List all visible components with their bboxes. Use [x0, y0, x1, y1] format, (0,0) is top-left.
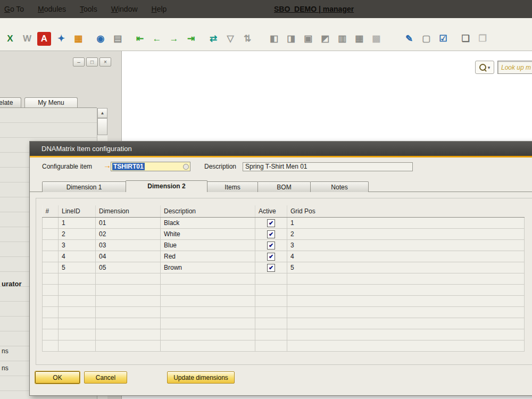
description-cell[interactable] — [161, 329, 255, 340]
active-cell[interactable] — [255, 318, 287, 329]
line-id-cell[interactable] — [59, 318, 96, 329]
duplicate-icon[interactable]: ▣ — [301, 32, 315, 46]
messages-disabled-icon[interactable]: ❐ — [476, 32, 489, 46]
dimension-cell[interactable]: 02 — [96, 229, 161, 240]
grid-pos-cell[interactable] — [287, 285, 525, 296]
export-word-icon[interactable]: W — [20, 32, 34, 46]
dimension-cell[interactable]: 05 — [96, 262, 161, 273]
sidebar-item-truncated-2[interactable]: ns — [2, 364, 9, 372]
grid-pos-cell[interactable] — [287, 340, 525, 352]
description-cell[interactable] — [161, 307, 255, 318]
line-id-cell[interactable] — [59, 340, 96, 352]
lookup-input[interactable] — [497, 61, 532, 74]
line-id-cell[interactable] — [59, 296, 96, 307]
table-query-icon[interactable]: ▩ — [369, 32, 383, 46]
line-id-cell[interactable]: 5 — [59, 262, 96, 273]
dimension-cell[interactable] — [96, 285, 161, 296]
active-cell[interactable] — [255, 296, 287, 307]
refresh-icon[interactable]: ⇄ — [206, 32, 220, 46]
line-id-cell[interactable]: 4 — [59, 251, 96, 262]
description-cell[interactable] — [161, 273, 255, 285]
dimension-cell[interactable] — [96, 307, 161, 318]
menu-tools[interactable]: Tools — [80, 5, 97, 13]
configurable-item-input[interactable]: TSHIRT01 — [111, 162, 190, 171]
cancel-button[interactable]: Cancel — [84, 371, 127, 384]
description-cell[interactable]: White — [161, 229, 255, 240]
active-cell[interactable]: ✔ — [255, 262, 287, 273]
choose-from-list-icon[interactable] — [183, 164, 189, 170]
scroll-thumb[interactable] — [97, 118, 107, 135]
dimension-cell[interactable] — [96, 329, 161, 340]
dimension-cell[interactable] — [96, 273, 161, 285]
update-dimensions-button[interactable]: Update dimensions — [167, 371, 235, 384]
description-cell[interactable] — [161, 296, 255, 307]
filter-icon[interactable]: ▽ — [223, 32, 237, 46]
next-record-icon[interactable]: → — [167, 32, 181, 46]
active-checkbox[interactable]: ✔ — [267, 253, 275, 261]
active-cell[interactable]: ✔ — [255, 240, 287, 251]
journal-icon[interactable]: ◩ — [318, 32, 332, 46]
grid-pos-cell[interactable]: 1 — [287, 218, 525, 229]
active-cell[interactable]: ✔ — [255, 229, 287, 240]
active-checkbox[interactable]: ✔ — [267, 230, 275, 238]
active-cell[interactable] — [255, 329, 287, 340]
description-cell[interactable]: Black — [161, 218, 255, 229]
export-excel-icon[interactable]: X — [3, 32, 17, 46]
sort-icon[interactable]: ⇅ — [240, 32, 254, 46]
line-id-cell[interactable] — [59, 329, 96, 340]
active-cell[interactable]: ✔ — [255, 218, 287, 229]
active-cell[interactable]: ✔ — [255, 251, 287, 262]
dimension-cell[interactable] — [96, 296, 161, 307]
tab-dimension-1[interactable]: Dimension 1 — [42, 181, 126, 192]
sidebar-item-configurator[interactable]: urator — [2, 280, 22, 288]
ok-button[interactable]: OK — [35, 371, 80, 384]
menu-window[interactable]: Window — [111, 5, 138, 13]
description-cell[interactable] — [161, 340, 255, 352]
grid-pos-cell[interactable] — [287, 307, 525, 318]
first-record-icon[interactable]: ⇤ — [133, 32, 147, 46]
grid-pos-cell[interactable] — [287, 318, 525, 329]
restore-button[interactable]: □ — [86, 57, 98, 66]
messages-icon[interactable]: ❏ — [459, 32, 472, 46]
grid-pos-cell[interactable]: 4 — [287, 251, 525, 262]
description-input[interactable]: Spring T-Shirt Men 01 — [243, 162, 413, 171]
locked-period-icon[interactable]: ▦ — [71, 32, 85, 46]
find-icon[interactable]: ◉ — [94, 32, 107, 46]
active-cell[interactable] — [255, 307, 287, 318]
export-pdf-icon[interactable]: A — [37, 32, 51, 46]
minimize-button[interactable]: – — [73, 57, 85, 66]
active-checkbox[interactable]: ✔ — [267, 219, 275, 227]
form-settings-icon[interactable]: ☑ — [436, 32, 450, 46]
description-cell[interactable]: Blue — [161, 240, 255, 251]
menu-modules[interactable]: Modules — [38, 5, 66, 13]
transaction-icon[interactable]: ▥ — [335, 32, 349, 46]
previous-record-icon[interactable]: ← — [150, 32, 164, 46]
copy-from-icon[interactable]: ◧ — [267, 32, 281, 46]
dimension-cell[interactable]: 04 — [96, 251, 161, 262]
grid-pos-cell[interactable] — [287, 329, 525, 340]
last-record-icon[interactable]: ⇥ — [184, 32, 198, 46]
line-id-cell[interactable] — [59, 285, 96, 296]
description-cell[interactable]: Brown — [161, 262, 255, 273]
line-id-cell[interactable] — [59, 307, 96, 318]
copy-to-icon[interactable]: ◨ — [284, 32, 298, 46]
tab-relationships[interactable]: Relate — [0, 97, 21, 107]
dimension-cell[interactable] — [96, 340, 161, 352]
dimension-cell[interactable]: 01 — [96, 218, 161, 229]
description-cell[interactable] — [161, 318, 255, 329]
lookup-search-button[interactable]: ▾ — [475, 61, 494, 74]
description-cell[interactable]: Red — [161, 251, 255, 262]
tab-items[interactable]: Items — [207, 181, 258, 192]
active-cell[interactable] — [255, 285, 287, 296]
list-icon[interactable]: ▤ — [111, 32, 124, 46]
grid-pos-cell[interactable]: 5 — [287, 262, 525, 273]
active-checkbox[interactable]: ✔ — [267, 242, 275, 250]
grid-pos-cell[interactable] — [287, 273, 525, 285]
dimension-cell[interactable] — [96, 318, 161, 329]
scroll-up-icon[interactable]: ▲ — [97, 108, 107, 118]
menu-go-to[interactable]: Go To — [4, 5, 24, 13]
tab-bom[interactable]: BOM — [257, 181, 311, 192]
grid-pos-cell[interactable]: 2 — [287, 229, 525, 240]
line-id-cell[interactable]: 1 — [59, 218, 96, 229]
close-button[interactable]: × — [99, 57, 111, 66]
